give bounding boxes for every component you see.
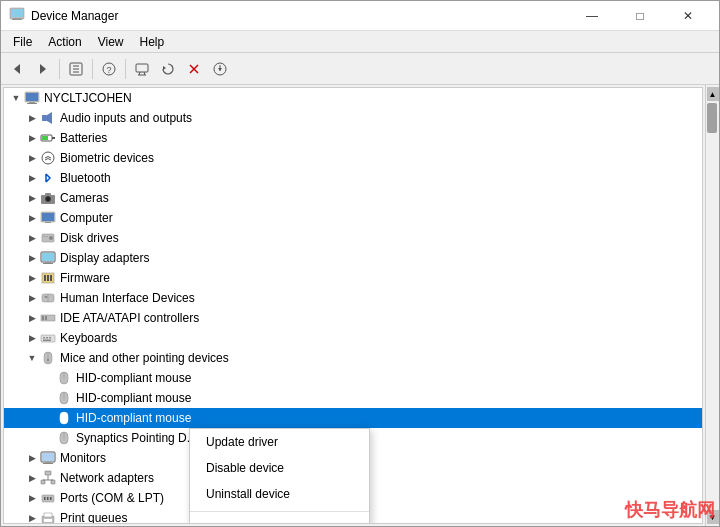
expand-icon[interactable]: ▶ (24, 308, 40, 328)
svg-point-52 (45, 296, 48, 298)
tree-item-bluetooth[interactable]: ▶ Bluetooth (4, 168, 702, 188)
display-label: Display adapters (60, 251, 149, 265)
display-icon (40, 250, 56, 266)
expand-icon[interactable]: ▶ (24, 448, 40, 468)
expand-icon[interactable]: ▶ (24, 208, 40, 228)
expand-icon[interactable]: ▼ (8, 88, 24, 108)
expand-icon[interactable]: ▶ (24, 328, 40, 348)
device-tree[interactable]: ▼ NYCLTJCOHEN ▶ (3, 87, 703, 524)
computer-button[interactable] (130, 57, 154, 81)
remove-button[interactable] (182, 57, 206, 81)
back-button[interactable] (5, 57, 29, 81)
svg-rect-1 (11, 9, 23, 17)
scroll-up[interactable]: ▲ (707, 87, 719, 101)
svg-rect-87 (44, 513, 52, 517)
scroll-thumb[interactable] (707, 103, 717, 133)
tree-item-computer[interactable]: ▶ Computer (4, 208, 702, 228)
tree-root[interactable]: ▼ NYCLTJCOHEN (4, 88, 702, 108)
svg-rect-59 (49, 337, 51, 339)
tree-view-button[interactable] (64, 57, 88, 81)
firmware-label: Firmware (60, 271, 110, 285)
expand-icon[interactable]: ▼ (24, 348, 40, 368)
mouse-icon-3 (56, 410, 72, 426)
menu-help[interactable]: Help (132, 33, 173, 51)
svg-rect-26 (42, 115, 47, 121)
tree-item-mouse-1[interactable]: ▶ HID-compliant mouse (4, 368, 702, 388)
svg-rect-45 (43, 263, 53, 264)
svg-point-34 (46, 197, 50, 201)
svg-rect-35 (45, 193, 51, 196)
maximize-button[interactable]: □ (617, 2, 663, 30)
context-scan-changes[interactable]: Scan for hardware changes (190, 516, 369, 524)
tree-item-firmware[interactable]: ▶ Firmware (4, 268, 702, 288)
scroll-down[interactable]: ▼ (707, 510, 719, 524)
svg-rect-47 (44, 275, 46, 281)
print-icon (40, 510, 56, 524)
tree-item-hid[interactable]: ▶ Human Interface Devices (4, 288, 702, 308)
mouse-icon-1 (56, 370, 72, 386)
menu-view[interactable]: View (90, 33, 132, 51)
hid-icon (40, 290, 56, 306)
toolbar-sep-3 (125, 59, 126, 79)
disk-label: Disk drives (60, 231, 119, 245)
tree-item-mice[interactable]: ▼ Mice and other pointing devices (4, 348, 702, 368)
close-button[interactable]: ✕ (665, 2, 711, 30)
svg-rect-88 (44, 519, 52, 522)
mouse-icon-2 (56, 390, 72, 406)
camera-icon (40, 190, 56, 206)
expand-icon[interactable]: ▶ (24, 268, 40, 288)
mice-icon (40, 350, 56, 366)
svg-rect-85 (50, 497, 52, 500)
expand-icon[interactable]: ▶ (24, 488, 40, 508)
help-button[interactable]: ? (97, 57, 121, 81)
minimize-button[interactable]: — (569, 2, 615, 30)
expand-icon[interactable]: ▶ (24, 148, 40, 168)
tree-item-mouse-3[interactable]: ▶ HID-compliant mouse (4, 408, 702, 428)
expand-icon[interactable]: ▶ (24, 188, 40, 208)
menu-action[interactable]: Action (40, 33, 89, 51)
context-uninstall-device[interactable]: Uninstall device (190, 481, 369, 507)
svg-rect-43 (42, 253, 54, 261)
context-update-driver[interactable]: Update driver (190, 429, 369, 455)
refresh-button[interactable] (156, 57, 180, 81)
tree-item-ide[interactable]: ▶ IDE ATA/ATAPI controllers (4, 308, 702, 328)
ide-icon (40, 310, 56, 326)
title-bar-left: Device Manager (9, 6, 118, 25)
tree-item-mouse-2[interactable]: ▶ HID-compliant mouse (4, 388, 702, 408)
scrollbar[interactable]: ▲ ▼ (705, 85, 719, 526)
forward-button[interactable] (31, 57, 55, 81)
tree-item-keyboard[interactable]: ▶ Keyboards (4, 328, 702, 348)
expand-icon[interactable]: ▶ (24, 168, 40, 188)
tree-item-biometric[interactable]: ▶ Biometric devices (4, 148, 702, 168)
tree-item-cameras[interactable]: ▶ Cameras (4, 188, 702, 208)
keyboard-label: Keyboards (60, 331, 117, 345)
window-icon (9, 6, 25, 25)
expand-icon[interactable]: ▶ (24, 228, 40, 248)
batteries-label: Batteries (60, 131, 107, 145)
expand-icon[interactable]: ▶ (24, 248, 40, 268)
context-separator-1 (190, 511, 369, 512)
cameras-label: Cameras (60, 191, 109, 205)
toolbar-sep-2 (92, 59, 93, 79)
expand-icon[interactable]: ▶ (24, 468, 40, 488)
biometric-icon (40, 150, 56, 166)
mouse-3-label: HID-compliant mouse (76, 411, 191, 425)
scroll-track (706, 101, 719, 510)
device-manager-window: Device Manager — □ ✕ File Action View He… (0, 0, 720, 527)
svg-rect-30 (42, 136, 48, 140)
hid-label: Human Interface Devices (60, 291, 195, 305)
menu-file[interactable]: File (5, 33, 40, 51)
svg-rect-48 (47, 275, 49, 281)
expand-icon[interactable]: ▶ (24, 508, 40, 524)
download-button[interactable] (208, 57, 232, 81)
expand-icon[interactable]: ▶ (24, 108, 40, 128)
tree-item-display[interactable]: ▶ Display adapters (4, 248, 702, 268)
svg-marker-4 (14, 64, 20, 74)
expand-icon[interactable]: ▶ (24, 128, 40, 148)
tree-item-batteries[interactable]: ▶ Batteries (4, 128, 702, 148)
context-disable-device[interactable]: Disable device (190, 455, 369, 481)
tree-item-disk[interactable]: ▶ Disk drives (4, 228, 702, 248)
expand-icon[interactable]: ▶ (24, 288, 40, 308)
network-label: Network adapters (60, 471, 154, 485)
tree-item-audio[interactable]: ▶ Audio inputs and outputs (4, 108, 702, 128)
